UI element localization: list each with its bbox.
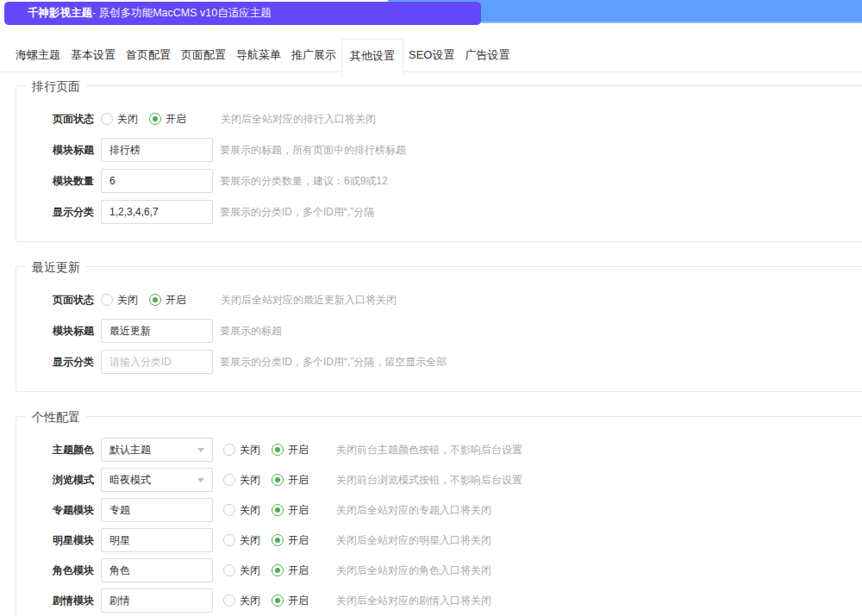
form-row-plot-module: 剧情模块 关闭 开启 关闭后全站对应的剧情入口将关闭 bbox=[16, 588, 862, 613]
chevron-down-icon bbox=[197, 448, 204, 452]
radio-icon bbox=[223, 534, 235, 546]
radio-icon bbox=[149, 294, 161, 306]
role-module-input[interactable] bbox=[101, 558, 213, 582]
radio-off[interactable]: 关闭 bbox=[223, 473, 260, 488]
recent-module-title-input[interactable] bbox=[101, 319, 213, 343]
radio-icon bbox=[223, 504, 235, 516]
radio-label: 开启 bbox=[288, 473, 309, 488]
form-row-browse-mode: 浏览模式 暗夜模式 关闭 开启 关闭前台浏览模式按钮，不影响后台设置 bbox=[16, 468, 862, 492]
plot-module-input[interactable] bbox=[101, 588, 213, 613]
radio-on[interactable]: 开启 bbox=[272, 563, 309, 578]
page-status-radio-group: 关闭 开启 bbox=[101, 293, 186, 308]
radio-off[interactable]: 关闭 bbox=[223, 503, 260, 518]
page-status-radio-group: 关闭 开启 bbox=[101, 112, 186, 127]
field-label: 专题模块 bbox=[16, 503, 94, 518]
tab-page-config[interactable]: 页面配置 bbox=[176, 39, 231, 76]
radio-on[interactable]: 开启 bbox=[149, 293, 186, 308]
form-row-category-ids: 显示分类 要展示的分类ID，多个ID用“,”分隔 bbox=[16, 200, 862, 224]
form-row-page-status: 页面状态 关闭 开启 关闭后全站对应的排行入口将关闭 bbox=[16, 107, 862, 131]
tab-promo-display[interactable]: 推广展示 bbox=[286, 39, 341, 76]
section-legend: 个性配置 bbox=[26, 409, 86, 425]
theme-title-banner: 千神影视主题 - 原创多功能MacCMS v10自适应主题 bbox=[4, 2, 481, 25]
tab-basic-settings[interactable]: 基本设置 bbox=[66, 39, 121, 76]
rank-module-title-input[interactable] bbox=[101, 138, 213, 162]
field-hint: 关闭后全站对应的角色入口将关闭 bbox=[336, 563, 491, 578]
radio-on[interactable]: 开启 bbox=[272, 594, 309, 608]
field-label: 模块标题 bbox=[16, 143, 94, 158]
select-value: 暗夜模式 bbox=[109, 473, 151, 488]
field-label: 明星模块 bbox=[16, 533, 94, 548]
field-label: 显示分类 bbox=[16, 355, 94, 370]
radio-icon bbox=[223, 564, 235, 576]
radio-label: 开启 bbox=[288, 594, 309, 608]
field-hint: 要展示的分类ID，多个ID用“,”分隔 bbox=[220, 205, 374, 220]
field-hint: 要展示的分类数量，建议：6或9或12 bbox=[220, 174, 388, 189]
field-hint: 关闭后全站对应的最近更新入口将关闭 bbox=[221, 293, 397, 308]
form-row-role-module: 角色模块 关闭 开启 关闭后全站对应的角色入口将关闭 bbox=[16, 558, 862, 582]
field-label: 模块标题 bbox=[16, 324, 94, 339]
select-value: 默认主题 bbox=[109, 443, 151, 457]
form-row-module-title: 模块标题 要展示的标题 bbox=[16, 319, 862, 343]
field-hint: 关闭后全站对应的明星入口将关闭 bbox=[336, 533, 491, 548]
radio-off[interactable]: 关闭 bbox=[101, 293, 138, 308]
radio-icon bbox=[272, 534, 284, 546]
radio-icon bbox=[223, 444, 235, 456]
radio-off[interactable]: 关闭 bbox=[223, 533, 260, 548]
radio-label: 开启 bbox=[166, 293, 186, 308]
section-legend: 最近更新 bbox=[26, 259, 86, 275]
field-label: 主题颜色 bbox=[16, 443, 94, 457]
radio-label: 关闭 bbox=[240, 503, 260, 518]
radio-off[interactable]: 关闭 bbox=[101, 112, 138, 127]
settings-content: 排行页面 页面状态 关闭 开启 关闭后全站对应的排行入口将关闭 模块标题 要展示… bbox=[0, 77, 862, 616]
field-hint: 关闭前台浏览模式按钮，不影响后台设置 bbox=[336, 473, 522, 488]
tab-nav-menu[interactable]: 导航菜单 bbox=[231, 39, 286, 76]
field-label: 页面状态 bbox=[16, 293, 94, 308]
radio-label: 关闭 bbox=[240, 443, 260, 457]
radio-icon bbox=[272, 444, 284, 456]
topic-module-input[interactable] bbox=[101, 498, 213, 522]
form-row-topic-module: 专题模块 关闭 开启 关闭后全站对应的专题入口将关闭 bbox=[16, 498, 862, 522]
chevron-down-icon bbox=[197, 478, 204, 482]
radio-off[interactable]: 关闭 bbox=[223, 594, 260, 608]
radio-on[interactable]: 开启 bbox=[272, 533, 309, 548]
field-label: 页面状态 bbox=[16, 112, 94, 127]
radio-icon bbox=[223, 594, 235, 607]
radio-label: 关闭 bbox=[240, 533, 260, 548]
radio-on[interactable]: 开启 bbox=[272, 503, 309, 518]
form-row-module-count: 模块数量 要展示的分类数量，建议：6或9或12 bbox=[16, 169, 862, 193]
radio-on[interactable]: 开启 bbox=[149, 112, 186, 127]
tab-other-settings[interactable]: 其他设置 bbox=[341, 39, 403, 77]
theme-color-select[interactable]: 默认主题 bbox=[101, 438, 213, 462]
rank-category-ids-input[interactable] bbox=[101, 200, 213, 224]
radio-off[interactable]: 关闭 bbox=[223, 563, 260, 578]
radio-label: 开启 bbox=[288, 503, 309, 518]
tab-ad-settings[interactable]: 广告设置 bbox=[459, 39, 515, 76]
tab-hailuo-theme[interactable]: 海螺主题 bbox=[10, 39, 66, 76]
field-hint: 关闭后全站对应的专题入口将关闭 bbox=[336, 503, 491, 518]
top-header: 千神影视主题 - 原创多功能MacCMS v10自适应主题 bbox=[0, 0, 862, 26]
section-recent-update: 最近更新 页面状态 关闭 开启 关闭后全站对应的最近更新入口将关闭 模块标题 要… bbox=[16, 266, 862, 392]
radio-label: 开启 bbox=[288, 563, 309, 578]
radio-off[interactable]: 关闭 bbox=[223, 443, 260, 457]
tab-home-config[interactable]: 首页配置 bbox=[121, 39, 176, 76]
radio-on[interactable]: 开启 bbox=[272, 443, 309, 457]
form-row-theme-color: 主题颜色 默认主题 关闭 开启 关闭前台主题颜色按钮，不影响后台设置 bbox=[16, 438, 862, 462]
radio-label: 关闭 bbox=[117, 112, 138, 127]
recent-category-ids-input[interactable] bbox=[101, 350, 213, 374]
browse-mode-select[interactable]: 暗夜模式 bbox=[101, 468, 213, 492]
tab-seo-settings[interactable]: SEO设置 bbox=[403, 39, 459, 76]
topic-module-radio-group: 关闭 开启 bbox=[223, 503, 309, 518]
field-hint: 关闭后全站对应的排行入口将关闭 bbox=[221, 112, 376, 127]
form-row-category-ids: 显示分类 要展示的分类ID，多个ID用“,”分隔，留空显示全部 bbox=[16, 350, 862, 374]
star-module-radio-group: 关闭 开启 bbox=[223, 533, 309, 548]
theme-subtitle: - 原创多功能MacCMS v10自适应主题 bbox=[92, 6, 272, 21]
theme-name: 千神影视主题 bbox=[28, 6, 92, 21]
radio-on[interactable]: 开启 bbox=[272, 473, 309, 488]
radio-label: 关闭 bbox=[240, 473, 260, 488]
radio-icon bbox=[272, 504, 284, 516]
radio-icon bbox=[223, 474, 235, 486]
radio-icon bbox=[101, 113, 113, 125]
rank-module-count-input[interactable] bbox=[101, 169, 213, 193]
star-module-input[interactable] bbox=[101, 528, 213, 552]
radio-icon bbox=[101, 294, 113, 306]
